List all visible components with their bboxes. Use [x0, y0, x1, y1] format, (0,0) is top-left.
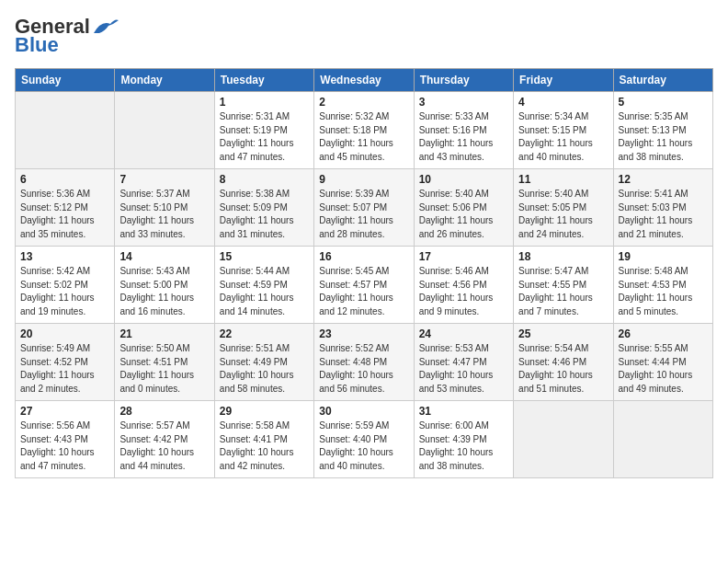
- logo-blue: Blue: [15, 33, 59, 57]
- calendar-day-cell: [514, 401, 613, 478]
- calendar-week-row: 20Sunrise: 5:49 AMSunset: 4:52 PMDayligh…: [16, 324, 713, 401]
- calendar-day-cell: 7Sunrise: 5:37 AMSunset: 5:10 PMDaylight…: [115, 169, 214, 247]
- calendar-day-cell: 29Sunrise: 5:58 AMSunset: 4:41 PMDayligh…: [214, 401, 313, 478]
- weekday-header-cell: Friday: [514, 69, 613, 92]
- day-number: 28: [119, 405, 209, 418]
- day-info: Sunrise: 5:34 AMSunset: 5:15 PMDaylight:…: [518, 110, 608, 164]
- weekday-header-cell: Monday: [115, 69, 214, 92]
- day-info: Sunrise: 5:50 AMSunset: 4:51 PMDaylight:…: [119, 342, 209, 396]
- day-number: 30: [319, 405, 408, 418]
- calendar-day-cell: 27Sunrise: 5:56 AMSunset: 4:43 PMDayligh…: [16, 401, 115, 478]
- day-number: 3: [419, 96, 508, 109]
- logo-bird-icon: [92, 17, 119, 37]
- day-info: Sunrise: 5:51 AMSunset: 4:49 PMDaylight:…: [220, 342, 309, 396]
- day-number: 8: [220, 173, 309, 186]
- day-number: 4: [518, 96, 608, 109]
- calendar-day-cell: 10Sunrise: 5:40 AMSunset: 5:06 PMDayligh…: [414, 169, 513, 247]
- day-info: Sunrise: 5:52 AMSunset: 4:48 PMDaylight:…: [319, 342, 408, 396]
- weekday-header-cell: Thursday: [414, 69, 513, 92]
- calendar-day-cell: 11Sunrise: 5:40 AMSunset: 5:05 PMDayligh…: [514, 169, 613, 247]
- day-info: Sunrise: 5:57 AMSunset: 4:42 PMDaylight:…: [119, 419, 209, 473]
- weekday-header-cell: Saturday: [613, 69, 712, 92]
- day-info: Sunrise: 5:40 AMSunset: 5:05 PMDaylight:…: [518, 188, 608, 241]
- day-number: 25: [518, 327, 608, 340]
- calendar-body: 1Sunrise: 5:31 AMSunset: 5:19 PMDaylight…: [16, 92, 713, 478]
- day-info: Sunrise: 5:56 AMSunset: 4:43 PMDaylight:…: [20, 419, 109, 473]
- calendar-day-cell: 28Sunrise: 5:57 AMSunset: 4:42 PMDayligh…: [115, 401, 214, 478]
- day-number: 12: [619, 173, 708, 186]
- calendar-day-cell: 21Sunrise: 5:50 AMSunset: 4:51 PMDayligh…: [115, 324, 214, 401]
- day-info: Sunrise: 5:48 AMSunset: 4:53 PMDaylight:…: [619, 265, 708, 318]
- weekday-header-cell: Tuesday: [214, 69, 313, 92]
- calendar-week-row: 6Sunrise: 5:36 AMSunset: 5:12 PMDaylight…: [16, 169, 713, 247]
- day-number: 19: [619, 250, 708, 263]
- day-number: 10: [419, 173, 508, 186]
- day-number: 26: [619, 327, 708, 340]
- day-info: Sunrise: 5:59 AMSunset: 4:40 PMDaylight:…: [319, 419, 408, 473]
- day-number: 13: [20, 250, 109, 263]
- day-info: Sunrise: 5:49 AMSunset: 4:52 PMDaylight:…: [20, 342, 109, 396]
- day-number: 16: [319, 250, 408, 263]
- day-info: Sunrise: 5:44 AMSunset: 4:59 PMDaylight:…: [220, 265, 309, 318]
- calendar-day-cell: 4Sunrise: 5:34 AMSunset: 5:15 PMDaylight…: [514, 92, 613, 169]
- calendar-day-cell: 26Sunrise: 5:55 AMSunset: 4:44 PMDayligh…: [613, 324, 712, 401]
- day-info: Sunrise: 6:00 AMSunset: 4:39 PMDaylight:…: [419, 419, 508, 473]
- calendar-day-cell: 16Sunrise: 5:45 AMSunset: 4:57 PMDayligh…: [314, 247, 414, 324]
- day-number: 1: [220, 96, 309, 109]
- day-number: 24: [419, 327, 508, 340]
- day-info: Sunrise: 5:41 AMSunset: 5:03 PMDaylight:…: [619, 188, 708, 241]
- day-info: Sunrise: 5:38 AMSunset: 5:09 PMDaylight:…: [220, 188, 309, 241]
- calendar-day-cell: 14Sunrise: 5:43 AMSunset: 5:00 PMDayligh…: [115, 247, 214, 324]
- day-number: 31: [419, 405, 508, 418]
- page-header: General Blue: [15, 15, 713, 57]
- calendar-day-cell: [16, 92, 115, 169]
- day-info: Sunrise: 5:53 AMSunset: 4:47 PMDaylight:…: [419, 342, 508, 396]
- calendar-day-cell: 13Sunrise: 5:42 AMSunset: 5:02 PMDayligh…: [16, 247, 115, 324]
- day-info: Sunrise: 5:43 AMSunset: 5:00 PMDaylight:…: [119, 265, 209, 318]
- calendar-week-row: 27Sunrise: 5:56 AMSunset: 4:43 PMDayligh…: [16, 401, 713, 478]
- weekday-header-row: SundayMondayTuesdayWednesdayThursdayFrid…: [16, 69, 713, 92]
- day-info: Sunrise: 5:39 AMSunset: 5:07 PMDaylight:…: [319, 188, 408, 241]
- day-number: 5: [619, 96, 708, 109]
- calendar-day-cell: 19Sunrise: 5:48 AMSunset: 4:53 PMDayligh…: [613, 247, 712, 324]
- calendar-day-cell: 22Sunrise: 5:51 AMSunset: 4:49 PMDayligh…: [214, 324, 313, 401]
- calendar-day-cell: [613, 401, 712, 478]
- day-info: Sunrise: 5:47 AMSunset: 4:55 PMDaylight:…: [518, 265, 608, 318]
- day-info: Sunrise: 5:31 AMSunset: 5:19 PMDaylight:…: [220, 110, 309, 164]
- day-number: 6: [20, 173, 109, 186]
- calendar-day-cell: 8Sunrise: 5:38 AMSunset: 5:09 PMDaylight…: [214, 169, 313, 247]
- day-info: Sunrise: 5:40 AMSunset: 5:06 PMDaylight:…: [419, 188, 508, 241]
- calendar-day-cell: 31Sunrise: 6:00 AMSunset: 4:39 PMDayligh…: [414, 401, 513, 478]
- day-number: 21: [119, 327, 209, 340]
- logo: General Blue: [15, 15, 119, 57]
- calendar-day-cell: 18Sunrise: 5:47 AMSunset: 4:55 PMDayligh…: [514, 247, 613, 324]
- day-info: Sunrise: 5:55 AMSunset: 4:44 PMDaylight:…: [619, 342, 708, 396]
- day-info: Sunrise: 5:36 AMSunset: 5:12 PMDaylight:…: [20, 188, 109, 241]
- weekday-header-cell: Wednesday: [314, 69, 414, 92]
- day-number: 15: [220, 250, 309, 263]
- day-number: 18: [518, 250, 608, 263]
- day-number: 9: [319, 173, 408, 186]
- day-number: 23: [319, 327, 408, 340]
- weekday-header-cell: Sunday: [16, 69, 115, 92]
- day-info: Sunrise: 5:54 AMSunset: 4:46 PMDaylight:…: [518, 342, 608, 396]
- day-number: 7: [119, 173, 209, 186]
- day-info: Sunrise: 5:58 AMSunset: 4:41 PMDaylight:…: [220, 419, 309, 473]
- day-info: Sunrise: 5:45 AMSunset: 4:57 PMDaylight:…: [319, 265, 408, 318]
- calendar-day-cell: 20Sunrise: 5:49 AMSunset: 4:52 PMDayligh…: [16, 324, 115, 401]
- day-number: 17: [419, 250, 508, 263]
- calendar-day-cell: 1Sunrise: 5:31 AMSunset: 5:19 PMDaylight…: [214, 92, 313, 169]
- day-number: 29: [220, 405, 309, 418]
- calendar-day-cell: 6Sunrise: 5:36 AMSunset: 5:12 PMDaylight…: [16, 169, 115, 247]
- calendar-day-cell: 17Sunrise: 5:46 AMSunset: 4:56 PMDayligh…: [414, 247, 513, 324]
- calendar-day-cell: 9Sunrise: 5:39 AMSunset: 5:07 PMDaylight…: [314, 169, 414, 247]
- day-number: 20: [20, 327, 109, 340]
- calendar-day-cell: 5Sunrise: 5:35 AMSunset: 5:13 PMDaylight…: [613, 92, 712, 169]
- calendar-week-row: 13Sunrise: 5:42 AMSunset: 5:02 PMDayligh…: [16, 247, 713, 324]
- calendar-day-cell: 3Sunrise: 5:33 AMSunset: 5:16 PMDaylight…: [414, 92, 513, 169]
- calendar-day-cell: 23Sunrise: 5:52 AMSunset: 4:48 PMDayligh…: [314, 324, 414, 401]
- day-info: Sunrise: 5:46 AMSunset: 4:56 PMDaylight:…: [419, 265, 508, 318]
- day-info: Sunrise: 5:32 AMSunset: 5:18 PMDaylight:…: [319, 110, 408, 164]
- calendar-week-row: 1Sunrise: 5:31 AMSunset: 5:19 PMDaylight…: [16, 92, 713, 169]
- calendar-day-cell: [115, 92, 214, 169]
